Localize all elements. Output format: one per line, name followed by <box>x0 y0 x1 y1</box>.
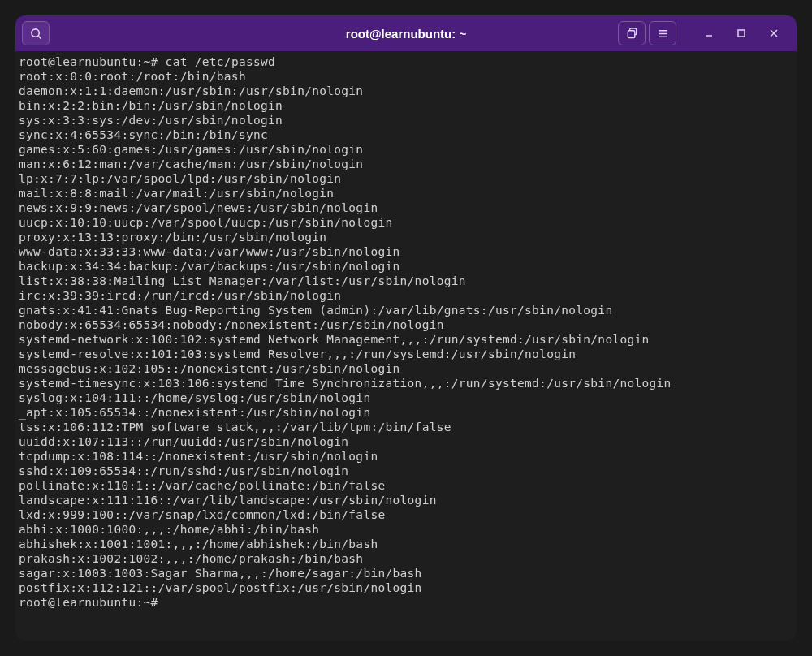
output-line: sync:x:4:65534:sync:/bin:/bin/sync <box>19 127 793 142</box>
window-controls <box>693 21 790 45</box>
output-line: mail:x:8:8:mail:/var/mail:/usr/sbin/nolo… <box>19 186 793 201</box>
output-line: landscape:x:111:116::/var/lib/landscape:… <box>19 493 793 507</box>
prompt-line: root@learnubuntu:~# <box>19 595 793 610</box>
svg-point-0 <box>31 28 38 36</box>
output-line: messagebus:x:102:105::/nonexistent:/usr/… <box>19 361 793 376</box>
titlebar-right <box>618 21 790 45</box>
output-line: root:x:0:0:root:/root:/bin/bash <box>19 69 793 84</box>
output-line: irc:x:39:39:ircd:/run/ircd:/usr/sbin/nol… <box>19 288 793 303</box>
titlebar: root@learnubuntu: ~ <box>15 15 797 51</box>
output-line: daemon:x:1:1:daemon:/usr/sbin:/usr/sbin/… <box>19 84 793 98</box>
close-button[interactable] <box>758 21 790 45</box>
new-tab-button[interactable] <box>618 21 646 45</box>
output-line: lxd:x:999:100::/var/snap/lxd/common/lxd:… <box>19 507 793 522</box>
output-line: _apt:x:105:65534::/nonexistent:/usr/sbin… <box>19 405 793 420</box>
output-line: uuidd:x:107:113::/run/uuidd:/usr/sbin/no… <box>19 434 793 449</box>
output-line: prakash:x:1002:1002:,,,:/home/prakash:/b… <box>19 551 793 566</box>
close-icon <box>769 28 779 38</box>
hamburger-icon <box>657 28 669 40</box>
output-line: lp:x:7:7:lp:/var/spool/lpd:/usr/sbin/nol… <box>19 171 793 186</box>
menu-button[interactable] <box>649 21 676 45</box>
output-line: abhishek:x:1001:1001:,,,:/home/abhishek:… <box>19 537 793 551</box>
output-line: sshd:x:109:65534::/run/sshd:/usr/sbin/no… <box>19 464 793 478</box>
maximize-button[interactable] <box>725 21 758 45</box>
output-container: root:x:0:0:root:/root:/bin/bashdaemon:x:… <box>19 69 793 595</box>
output-line: gnats:x:41:41:Gnats Bug-Reporting System… <box>19 303 793 317</box>
output-line: sagar:x:1003:1003:Sagar Sharma,,,:/home/… <box>19 566 793 580</box>
output-line: bin:x:2:2:bin:/bin:/usr/sbin/nologin <box>19 98 793 113</box>
output-line: list:x:38:38:Mailing List Manager:/var/l… <box>19 274 793 288</box>
terminal-body[interactable]: root@learnubuntu:~# cat /etc/passwd root… <box>15 51 797 641</box>
output-line: systemd-resolve:x:101:103:systemd Resolv… <box>19 347 793 361</box>
svg-rect-7 <box>738 30 745 37</box>
output-line: tcpdump:x:108:114::/nonexistent:/usr/sbi… <box>19 449 793 464</box>
output-line: nobody:x:65534:65534:nobody:/nonexistent… <box>19 317 793 332</box>
titlebar-left <box>22 21 50 45</box>
new-tab-icon <box>626 28 638 40</box>
output-line: news:x:9:9:news:/var/spool/news:/usr/sbi… <box>19 201 793 215</box>
output-line: man:x:6:12:man:/var/cache/man:/usr/sbin/… <box>19 157 793 171</box>
output-line: pollinate:x:110:1::/var/cache/pollinate:… <box>19 478 793 493</box>
prompt-line: root@learnubuntu:~# cat /etc/passwd <box>19 54 793 69</box>
output-line: systemd-timesync:x:103:106:systemd Time … <box>19 376 793 391</box>
output-line: systemd-network:x:100:102:systemd Networ… <box>19 332 793 347</box>
maximize-icon <box>736 28 746 38</box>
prompt: root@learnubuntu:~# <box>19 55 166 68</box>
output-line: www-data:x:33:33:www-data:/var/www:/usr/… <box>19 244 793 259</box>
output-line: games:x:5:60:games:/usr/games:/usr/sbin/… <box>19 142 793 157</box>
command-text: cat /etc/passwd <box>166 55 275 68</box>
output-line: abhi:x:1000:1000:,,,:/home/abhi:/bin/bas… <box>19 522 793 537</box>
output-line: tss:x:106:112:TPM software stack,,,:/var… <box>19 420 793 434</box>
svg-rect-2 <box>628 30 634 37</box>
svg-line-1 <box>38 36 41 38</box>
output-line: sys:x:3:3:sys:/dev:/usr/sbin/nologin <box>19 113 793 127</box>
terminal-window: root@learnubuntu: ~ <box>15 15 797 641</box>
output-line: backup:x:34:34:backup:/var/backups:/usr/… <box>19 259 793 274</box>
search-button[interactable] <box>22 21 50 45</box>
output-line: uucp:x:10:10:uucp:/var/spool/uucp:/usr/s… <box>19 215 793 230</box>
minimize-icon <box>704 28 714 38</box>
search-icon <box>30 28 42 40</box>
output-line: proxy:x:13:13:proxy:/bin:/usr/sbin/nolog… <box>19 230 793 244</box>
output-line: syslog:x:104:111::/home/syslog:/usr/sbin… <box>19 391 793 405</box>
prompt: root@learnubuntu:~# <box>19 596 166 609</box>
minimize-button[interactable] <box>693 21 725 45</box>
output-line: postfix:x:112:121::/var/spool/postfix:/u… <box>19 580 793 595</box>
window-title: root@learnubuntu: ~ <box>346 27 466 41</box>
